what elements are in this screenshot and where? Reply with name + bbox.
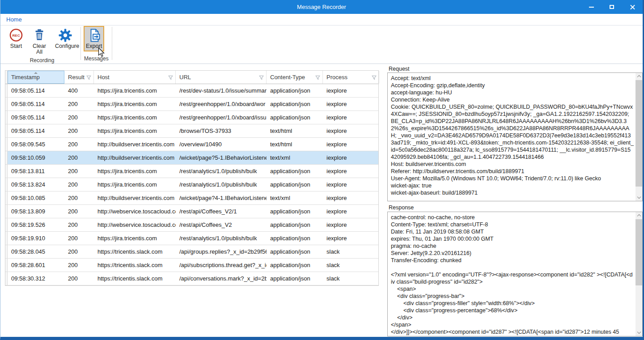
scroll-down-button[interactable] [636,194,642,201]
cell-url: /wicket/page?4-1.IBehaviorListene [176,191,267,204]
cell-host: http://buildserver.tricentis.com [94,138,176,151]
request-line: Referer: http://buildserver.tricentis.co… [391,168,634,175]
minimize-button[interactable] [581,0,602,14]
cell-timestamp: 09:58:05.114 [8,84,64,97]
maximize-button[interactable] [602,0,622,14]
column-header-process[interactable]: Process [323,71,379,84]
table-row[interactable]: 09:58:05.114200https://jira.tricentis.co… [5,124,378,138]
ribbon-toolbar: RECStartClear AllConfigureRecordingExpor… [0,26,643,64]
scroll-up-button[interactable] [636,73,642,80]
cell-url: /rest/api/Coffees_V2 [176,218,267,231]
response-scrollbar[interactable] [636,212,642,336]
scroll-thumb[interactable] [636,80,642,187]
table-row[interactable]: 09:58:05.114200https://jira.tricentis.co… [5,111,378,124]
table-row[interactable]: 09:58:13.811200https://jira.tricentis.co… [5,165,378,178]
response-panel-title: Response [389,204,414,211]
request-line: User-Agent: Mozilla/5.0 (Windows NT 10.0… [391,175,634,182]
response-text[interactable]: cache-control: no-cache, no-storeContent… [388,212,636,336]
start-button[interactable]: RECStart [6,26,26,51]
ribbon-group-buttons: Export [83,26,110,51]
ribbon-group-label: Messages [83,55,110,64]
cell-host: https://jira.tricentis.com [94,84,176,97]
cell-timestamp: 09:58:13.809 [8,205,64,218]
table-row[interactable]: 09:58:28.045200https://tricentis.slack.c… [5,245,378,259]
request-text[interactable]: Accept: text/xmlAccept-Encoding: gzip,de… [388,73,636,201]
table-row[interactable]: 09:58:10.059200http://buildserver.tricen… [5,151,378,165]
scroll-up-button[interactable] [636,212,642,219]
column-header-content-type[interactable]: Content-Type [267,71,323,84]
table-row[interactable]: 09:58:13.824200https://jira.tricentis.co… [5,178,378,191]
cell-process: iexplore [323,151,379,164]
clear-all-button[interactable]: Clear All [27,26,52,57]
cell-content-type: application/json [267,178,323,191]
filter-icon[interactable] [86,75,91,80]
cell-process: slack [323,245,379,258]
ribbon-group: ExportMessages [83,26,110,64]
export-document-icon [86,28,102,43]
response-line: </div> [391,314,634,321]
scroll-thumb[interactable] [636,219,642,285]
cell-host: http://webservice.toscacloud.com [94,218,176,231]
sort-asc-icon [34,72,38,74]
cell-process: iexplore [323,98,379,110]
cell-content-type: application/json [267,245,323,258]
cell-url: /rest/greenhopper/1.0/xboard/wor [176,98,267,110]
record-icon: REC [8,28,24,43]
cell-result: 200 [64,138,94,151]
table-row[interactable]: 09:58:28.601200https://tricentis.slack.c… [5,259,378,272]
table-row[interactable]: 09:58:09.545200http://buildserver.tricen… [5,138,378,151]
cell-process: iexplore [323,138,379,151]
cell-process: iexplore [323,124,379,137]
cell-result: 200 [64,165,94,178]
filter-icon[interactable] [372,75,377,80]
cell-host: https://jira.tricentis.com [94,111,176,124]
cell-url: /rest/dev-status/1.0/issue/summar [176,84,267,97]
titlebar-controls [581,0,643,14]
export-button[interactable]: Export [84,26,104,51]
cell-url: /browse/TOS-37933 [176,124,267,137]
cell-content-type: application/json [267,205,323,218]
column-header-url[interactable]: URL [176,71,267,84]
cell-host: https://jira.tricentis.com [94,165,176,178]
request-line: wicket-ajax: true [391,182,634,189]
table-row[interactable]: 09:58:05.114200https://jira.tricentis.co… [5,98,378,111]
column-header-host[interactable]: Host [94,71,176,84]
response-line: Transfer-Encoding: chunked [391,257,634,264]
request-panel-title: Request [389,66,410,72]
cell-host: http://buildserver.tricentis.com [94,151,176,164]
response-line: <div class="progress-percentage">68%</di… [391,307,634,314]
table-row[interactable]: 09:58:30.312200https://tricentis.slack.c… [5,272,378,285]
cell-content-type: application/json [267,218,323,231]
table-row[interactable]: 09:58:10.085200http://buildserver.tricen… [5,191,378,205]
cell-timestamp: 09:58:19.910 [8,232,64,245]
tab-home[interactable]: Home [6,16,22,25]
cell-timestamp: 09:58:10.085 [8,191,64,204]
configure-button[interactable]: Configure [53,26,78,51]
cell-url: /api/conversations.mark?_x_id=2b2 [176,272,267,285]
cell-timestamp: 09:58:28.045 [8,245,64,258]
column-header-timestamp[interactable]: Timestamp [8,71,64,84]
table-row[interactable]: 09:58:05.114400https://jira.tricentis.co… [5,84,378,98]
table-row[interactable]: 09:58:19.910200https://jira.tricentis.co… [5,232,378,245]
scroll-down-button[interactable] [636,329,642,336]
chevron-down-icon [637,330,640,334]
cell-result: 200 [64,218,94,231]
titlebar: Message Recorder [0,0,643,14]
column-header-result[interactable]: Result [64,71,94,84]
filter-icon[interactable] [168,75,173,80]
table-row[interactable]: 09:58:19.526200http://webservice.toscacl… [5,218,378,232]
cell-content-type: text/xml [267,191,323,204]
response-line: Date: Fri, 11 Jan 2019 08:58:08 GMT [391,228,634,235]
table-row[interactable]: 09:58:13.809200http://webservice.toscacl… [5,205,378,218]
filter-icon[interactable] [259,75,264,80]
response-box: cache-control: no-cache, no-storeContent… [387,212,643,336]
cell-url: /rest/analytics/1.0/publish/bulk [176,178,267,191]
ribbon-group: RECStartClear AllConfigureRecording [6,26,78,64]
request-line: Host: buildserver.tricentis.com [391,161,634,168]
cell-url: /rest/analytics/1.0/publish/bulk [176,165,267,178]
filter-icon[interactable] [315,75,320,80]
request-scrollbar[interactable] [636,73,642,201]
response-line: pragma: no-cache [391,242,634,250]
cell-timestamp: 09:58:10.059 [8,151,64,164]
close-button[interactable] [622,0,643,14]
